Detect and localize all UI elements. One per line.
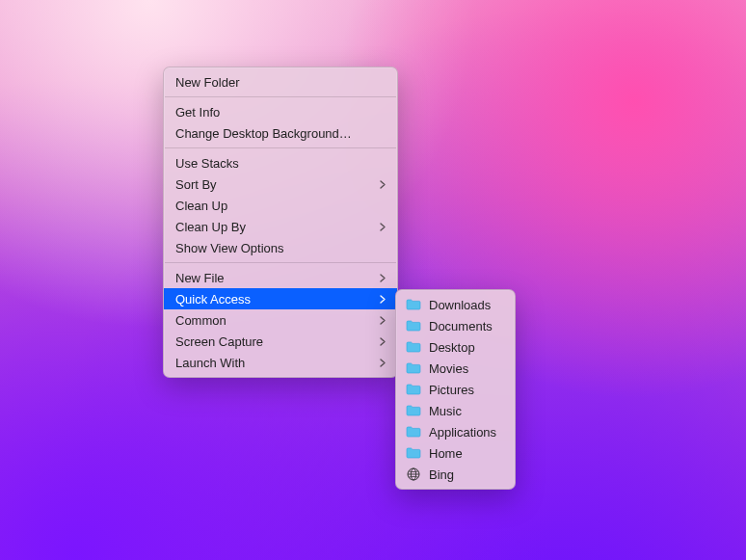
chevron-right-icon (380, 274, 386, 282)
folder-icon (406, 446, 421, 460)
chevron-right-icon (380, 359, 386, 367)
quick-access-submenu: Downloads Documents Desktop Movies Pictu… (395, 289, 516, 490)
menu-item-label: Quick Access (175, 292, 380, 307)
desktop-context-menu: New Folder Get Info Change Desktop Backg… (163, 67, 398, 378)
submenu-item-bing[interactable]: Bing (396, 464, 515, 485)
menu-item-screen-capture[interactable]: Screen Capture (164, 331, 397, 352)
menu-item-change-desktop-background[interactable]: Change Desktop Background… (164, 122, 397, 144)
menu-item-use-stacks[interactable]: Use Stacks (164, 152, 397, 173)
submenu-item-music[interactable]: Music (396, 400, 515, 421)
chevron-right-icon (380, 295, 386, 304)
chevron-right-icon (380, 180, 386, 189)
chevron-right-icon (380, 316, 386, 325)
menu-item-label: New File (175, 271, 380, 285)
menu-item-label: Clean Up (175, 199, 386, 213)
menu-item-label: Common (175, 313, 380, 328)
menu-item-new-file[interactable]: New File (164, 267, 397, 288)
menu-item-label: Launch With (175, 356, 380, 370)
desktop[interactable]: New Folder Get Info Change Desktop Backg… (0, 0, 746, 560)
menu-item-new-folder[interactable]: New Folder (164, 71, 397, 93)
folder-icon (406, 404, 421, 417)
folder-icon (406, 361, 421, 375)
menu-item-label: Sort By (175, 177, 380, 192)
menu-item-get-info[interactable]: Get Info (164, 101, 397, 122)
menu-item-label: Use Stacks (175, 156, 386, 171)
menu-item-label: New Folder (175, 75, 386, 90)
folder-icon (406, 340, 421, 354)
globe-icon (406, 467, 421, 481)
menu-separator (165, 147, 396, 148)
submenu-item-desktop[interactable]: Desktop (396, 336, 515, 358)
submenu-item-home[interactable]: Home (396, 442, 515, 464)
menu-item-label: Change Desktop Background… (175, 126, 386, 141)
submenu-item-label: Documents (429, 319, 493, 333)
menu-item-clean-up[interactable]: Clean Up (164, 195, 397, 216)
folder-icon (406, 298, 421, 311)
submenu-item-applications[interactable]: Applications (396, 421, 515, 442)
submenu-item-label: Downloads (429, 298, 491, 312)
menu-separator (165, 96, 396, 97)
menu-item-label: Get Info (175, 105, 386, 120)
submenu-item-documents[interactable]: Documents (396, 315, 515, 336)
submenu-item-label: Applications (429, 425, 496, 440)
submenu-item-label: Music (429, 404, 462, 418)
menu-item-label: Screen Capture (175, 334, 380, 349)
submenu-item-label: Desktop (429, 340, 475, 355)
folder-icon (406, 319, 421, 333)
menu-item-clean-up-by[interactable]: Clean Up By (164, 216, 397, 237)
submenu-item-label: Pictures (429, 383, 474, 397)
submenu-item-pictures[interactable]: Pictures (396, 379, 515, 400)
chevron-right-icon (380, 223, 386, 231)
submenu-item-label: Home (429, 446, 463, 461)
menu-item-quick-access[interactable]: Quick Access (164, 288, 397, 309)
chevron-right-icon (380, 337, 386, 346)
folder-icon (406, 425, 421, 439)
submenu-item-label: Bing (429, 467, 454, 482)
menu-item-common[interactable]: Common (164, 309, 397, 331)
folder-icon (406, 383, 421, 396)
submenu-item-label: Movies (429, 361, 468, 376)
menu-separator (165, 262, 396, 263)
menu-item-show-view-options[interactable]: Show View Options (164, 237, 397, 258)
menu-item-label: Clean Up By (175, 220, 380, 234)
submenu-item-movies[interactable]: Movies (396, 358, 515, 379)
submenu-item-downloads[interactable]: Downloads (396, 294, 515, 315)
menu-item-label: Show View Options (175, 241, 386, 255)
menu-item-launch-with[interactable]: Launch With (164, 352, 397, 373)
menu-item-sort-by[interactable]: Sort By (164, 173, 397, 195)
